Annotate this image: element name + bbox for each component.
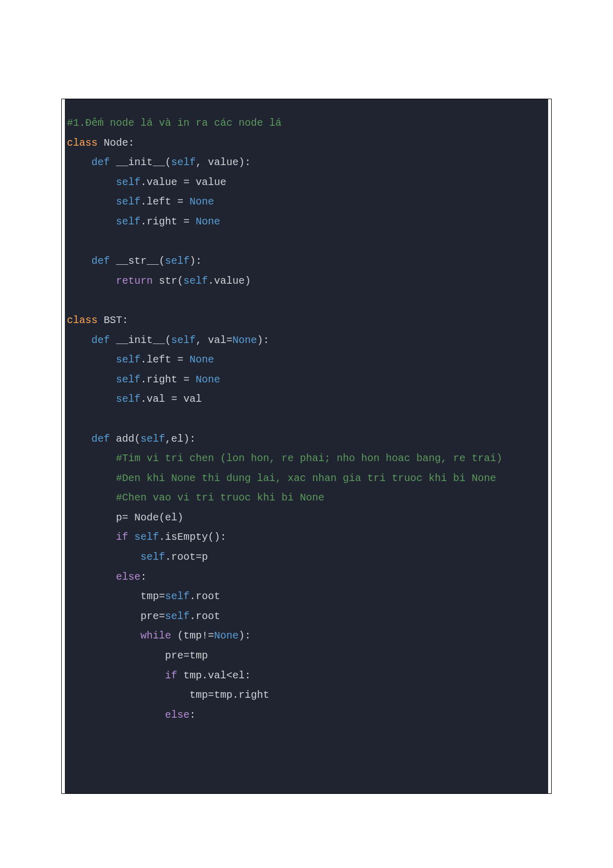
code-token: None <box>232 334 257 346</box>
code-token: self <box>165 590 190 602</box>
code-token: .left = <box>140 354 190 366</box>
code-token: class <box>67 137 98 149</box>
code-token: while <box>140 630 171 642</box>
code-token <box>67 374 116 385</box>
code-token <box>67 156 91 168</box>
code-token: self <box>116 216 140 227</box>
code-token: tmp.val<el: <box>177 670 251 681</box>
code-token: #Tim vi tri chen (lon hon, re phai; nho … <box>116 452 502 464</box>
code-token: ,el): <box>165 433 196 445</box>
code-token <box>67 531 116 543</box>
code-token <box>67 255 91 267</box>
code-token: str( <box>153 275 183 287</box>
code-token: self <box>140 551 165 563</box>
code-token: def <box>91 156 110 168</box>
code-token: else <box>165 709 190 721</box>
code-token: self <box>171 156 196 168</box>
code-token: , val= <box>196 334 232 346</box>
code-editor-block: #1.Đếm node lá và in ra các node lá clas… <box>65 99 548 793</box>
code-token: None <box>190 196 214 208</box>
code-token: self <box>116 176 140 188</box>
code-token: #1.Đếm node lá và in ra các node lá <box>67 117 281 129</box>
code-token: tmp=tmp.right <box>67 689 269 701</box>
code-token: if <box>116 531 128 543</box>
code-token: self <box>116 354 140 366</box>
code-token: : <box>140 571 147 583</box>
code-token: ): <box>257 334 269 346</box>
code-token <box>67 551 140 563</box>
code-content: #1.Đếm node lá và in ra các node lá clas… <box>65 113 548 725</box>
code-token: return <box>116 275 153 287</box>
code-token: Node: <box>98 137 134 149</box>
code-token: None <box>214 630 239 642</box>
code-token: (tmp!= <box>171 630 214 642</box>
code-token: #Chen vao vi tri truoc khi bi None <box>116 492 324 504</box>
code-token: .right = <box>140 374 196 385</box>
code-token: #Den khi None thi dung lai, xac nhan gia… <box>116 472 496 484</box>
code-token: if <box>165 670 177 681</box>
code-token: None <box>190 354 214 366</box>
code-token: None <box>196 216 220 227</box>
code-token: self <box>116 374 140 385</box>
code-token: self <box>165 255 190 267</box>
code-token: p= Node(el) <box>67 512 183 523</box>
code-token: __init__( <box>110 334 171 346</box>
code-token: : <box>190 709 196 721</box>
code-token <box>128 531 134 543</box>
code-token: ): <box>190 255 202 267</box>
code-token: self <box>116 196 140 208</box>
code-token: def <box>91 433 110 445</box>
code-token <box>67 492 116 504</box>
document-page-frame: #1.Đếm node lá và in ra các node lá clas… <box>61 99 552 794</box>
code-token <box>67 196 116 208</box>
code-token: ): <box>239 630 251 642</box>
code-token: None <box>196 374 220 385</box>
code-token: self <box>183 275 208 287</box>
code-token: pre= <box>67 610 165 622</box>
code-token: self <box>134 531 159 543</box>
code-token <box>67 630 140 642</box>
code-token <box>67 393 116 405</box>
code-token: __str__( <box>110 255 165 267</box>
code-token <box>67 433 91 445</box>
code-token: .val = val <box>140 393 202 405</box>
code-token <box>67 452 116 464</box>
code-token: BST: <box>98 314 128 326</box>
code-token: .isEmpty(): <box>159 531 226 543</box>
code-token: self <box>171 334 196 346</box>
code-token <box>67 571 116 583</box>
code-token <box>67 709 165 721</box>
code-token: def <box>91 255 110 267</box>
code-token <box>67 670 165 681</box>
code-token: .left = <box>140 196 190 208</box>
code-token <box>67 354 116 366</box>
code-token: else <box>116 571 140 583</box>
code-token: .right = <box>140 216 196 227</box>
code-token <box>67 334 91 346</box>
code-token: .value) <box>208 275 251 287</box>
code-token: def <box>91 334 110 346</box>
code-token: self <box>116 393 140 405</box>
code-token: self <box>165 610 190 622</box>
code-token <box>67 275 116 287</box>
code-token: .root <box>190 610 220 622</box>
code-token: add( <box>110 433 140 445</box>
code-token: __init__( <box>110 156 171 168</box>
code-token <box>67 472 116 484</box>
code-token: tmp= <box>67 590 165 602</box>
code-token: .root <box>190 590 220 602</box>
code-token: class <box>67 314 98 326</box>
code-token <box>67 176 116 188</box>
code-token: .root=p <box>165 551 208 563</box>
code-token: , value): <box>196 156 251 168</box>
code-token: .value = value <box>140 176 226 188</box>
code-token: self <box>140 433 165 445</box>
code-token: pre=tmp <box>67 650 208 661</box>
code-token <box>67 216 116 227</box>
